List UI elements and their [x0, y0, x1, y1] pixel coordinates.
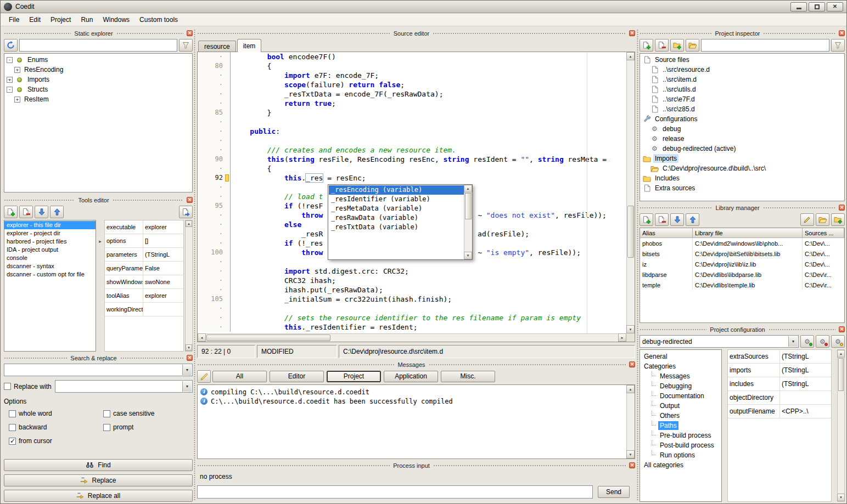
horizontal-scroll-thumb[interactable]: [206, 335, 330, 341]
vertical-splitter-left[interactable]: [193, 29, 196, 501]
code-line[interactable]: 85 }: [198, 108, 626, 117]
checkbox[interactable]: [103, 424, 110, 431]
project-node-configurations[interactable]: Configurations: [640, 114, 844, 124]
property-workingdirect[interactable]: workingDirect: [105, 303, 183, 316]
remove-source-button[interactable]: [655, 39, 669, 52]
filter-application[interactable]: Application: [384, 371, 438, 382]
library-phobos[interactable]: phobosC:\Dev\dmd2\windows\lib\phob...C:\…: [640, 238, 844, 248]
filter-project[interactable]: Project: [327, 371, 381, 382]
filter-all[interactable]: All: [212, 371, 267, 382]
checkbox[interactable]: [103, 410, 110, 417]
project-node-src-item-d[interactable]: ..\src\item.d: [640, 75, 844, 84]
option-backward[interactable]: backward: [4, 423, 98, 431]
completion-scroll-thumb[interactable]: [465, 193, 472, 219]
property-value[interactable]: (TStringL: [780, 350, 831, 363]
option-from-cursor[interactable]: from cursor: [4, 437, 98, 445]
replace-all-button[interactable]: Replace all: [4, 490, 193, 502]
property-parameters[interactable]: parameters(TStringL: [105, 248, 183, 262]
completion-restxtdata-variable[interactable]: _resTxtData (variable): [329, 223, 464, 232]
code-line[interactable]: · scope(failure) return false;: [198, 80, 626, 89]
close-panel-button[interactable]: [187, 197, 193, 203]
panel-grip[interactable]: [4, 357, 67, 359]
move-tool-down-button[interactable]: [35, 206, 48, 218]
add-library-from-file-button[interactable]: [816, 213, 829, 226]
checkbox[interactable]: [9, 424, 16, 431]
property-executable[interactable]: executableexplorer: [105, 220, 183, 234]
option-prompt[interactable]: prompt: [98, 423, 193, 431]
property-value[interactable]: swoNone: [143, 275, 183, 288]
find-button[interactable]: Find: [4, 459, 193, 471]
property-showwindows[interactable]: showWindowsswoNone: [105, 275, 183, 289]
config-category-pre-build-process[interactable]: Pre-build process: [640, 431, 721, 440]
close-panel-button[interactable]: [187, 30, 193, 36]
tool-explorer-this-file-dir[interactable]: explorer - this file dir: [4, 221, 96, 229]
move-library-up-button[interactable]: [686, 213, 699, 226]
completion-resrawdata-variable[interactable]: _resRawData (variable): [329, 213, 464, 223]
tool-console[interactable]: console: [4, 254, 96, 262]
config-category-post-build-process[interactable]: Post-build process: [640, 440, 721, 450]
code-line[interactable]: · bool encodee7F(): [198, 52, 626, 61]
symbol-structs[interactable]: -Structs: [4, 84, 192, 94]
column-sources[interactable]: Sources ...: [803, 228, 844, 237]
filter-misc[interactable]: Misc.: [441, 371, 495, 382]
panel-grip[interactable]: [197, 465, 390, 467]
close-panel-button[interactable]: [839, 205, 845, 211]
dropdown-arrow-icon[interactable]: ▼: [182, 381, 192, 392]
code-line[interactable]: ·: [198, 304, 626, 313]
property-value[interactable]: explorer: [143, 220, 183, 234]
menu-custom-tools[interactable]: Custom tools: [134, 14, 183, 25]
config-category-categories[interactable]: Categories: [640, 361, 721, 371]
add-source-button[interactable]: [640, 39, 653, 52]
filter-editor[interactable]: Editor: [270, 371, 324, 382]
configuration-scrollbar[interactable]: ▲ ▼: [837, 349, 845, 502]
symbol-resencoding[interactable]: +ResEncoding: [4, 65, 192, 75]
property-includes[interactable]: includes(TStringL: [728, 377, 831, 391]
remove-library-button[interactable]: [655, 213, 669, 226]
symbol-resitem[interactable]: +ResItem: [4, 94, 192, 104]
send-button[interactable]: Send: [598, 486, 630, 498]
scroll-down-icon[interactable]: ▼: [626, 450, 635, 458]
vertical-scroll-thumb[interactable]: [627, 206, 634, 258]
close-window-button[interactable]: ✕: [827, 2, 843, 12]
config-category-others[interactable]: Others: [640, 411, 721, 421]
close-panel-button[interactable]: [629, 30, 635, 36]
panel-grip[interactable]: [197, 32, 390, 35]
close-panel-button[interactable]: [629, 462, 635, 468]
add-configuration-button[interactable]: ⚙: [800, 335, 814, 348]
panel-grip[interactable]: [120, 357, 183, 359]
code-line[interactable]: ·: [198, 136, 626, 145]
project-node-src-z85-d[interactable]: ..\src\z85.d: [640, 104, 844, 114]
property-value[interactable]: <CPP>..\: [780, 405, 831, 418]
project-node-src-utils-d[interactable]: ..\src\utils.d: [640, 84, 844, 94]
tool-harbored-project-files[interactable]: harbored - project files: [4, 237, 96, 246]
column-alias[interactable]: Alias: [640, 228, 693, 237]
add-library-from-project-button[interactable]: [831, 213, 845, 226]
code-line[interactable]: · CRC32 ihash;: [198, 276, 626, 285]
add-tool-button[interactable]: [4, 206, 18, 218]
panel-grip[interactable]: [640, 329, 706, 331]
config-category-all-categories[interactable]: All categories: [640, 460, 721, 470]
replace-button[interactable]: Replace: [4, 474, 193, 486]
code-line[interactable]: · /// creates and encodes a new resource…: [198, 145, 626, 155]
property-value[interactable]: [143, 303, 183, 316]
dropdown-arrow-icon[interactable]: ▼: [788, 336, 798, 347]
code-line[interactable]: 80 {: [198, 61, 626, 71]
process-input-field[interactable]: [197, 485, 593, 499]
code-line[interactable]: · public:: [198, 127, 626, 136]
code-line[interactable]: 105 _initialSum = crc322uint(ihash.finis…: [198, 295, 626, 304]
panel-grip[interactable]: [769, 329, 835, 331]
menu-run[interactable]: Run: [76, 14, 98, 25]
code-line[interactable]: · {: [198, 164, 626, 173]
property-value[interactable]: (TStringL: [780, 364, 831, 377]
scroll-up-icon[interactable]: ▲: [464, 185, 472, 192]
filter-project-button[interactable]: [831, 39, 845, 52]
panel-grip[interactable]: [433, 465, 626, 467]
project-node-imports[interactable]: Imports: [640, 154, 844, 163]
tool-explorer-project-dir[interactable]: explorer - project dir: [4, 229, 96, 237]
tool-dscanner-syntax[interactable]: dscanner - syntax: [4, 262, 96, 270]
property-imports[interactable]: imports(TStringL: [728, 364, 831, 377]
property-value[interactable]: (TStringL: [780, 377, 831, 390]
vertical-splitter-right[interactable]: [636, 29, 639, 501]
replace-with-checkbox[interactable]: Replace with: [4, 383, 52, 390]
configuration-combo[interactable]: debug-redirected ▼: [640, 335, 799, 348]
